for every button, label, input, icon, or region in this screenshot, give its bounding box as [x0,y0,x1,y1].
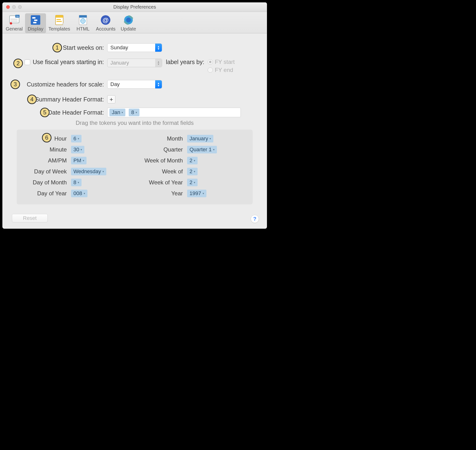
svg-rect-12 [56,19,61,20]
chevron-down-icon: ▾ [194,170,195,173]
token-label: Week of Month [139,157,187,164]
scale-select[interactable]: Day ▲▼ [107,80,162,89]
tab-label: Display [28,26,43,32]
svg-rect-9 [33,22,36,23]
tab-general[interactable]: File General [3,13,25,33]
chevron-down-icon: ▾ [210,137,211,140]
select-value: Day [110,81,120,87]
token-label: Year [139,190,187,197]
tab-label: Templates [48,26,70,32]
zoom-window-button[interactable] [18,5,22,9]
select-value: Sunday [110,45,128,51]
chevron-down-icon: ▾ [213,148,215,151]
summary-header-label: Summary Header Format: [12,96,107,103]
callout-2: 2 [13,59,23,68]
fy-start-radio[interactable] [208,59,213,65]
token-label: AM/PM [23,157,71,164]
format-token-day[interactable]: 8 ▾ [129,109,139,116]
svg-rect-15 [79,15,87,18]
callout-5: 5 [40,108,50,117]
preferences-window: Display Preferences File General Display [2,2,267,229]
content-area: 1 Start weeks on: Sunday ▲▼ 2 Use fiscal… [2,33,267,229]
plus-icon: + [109,96,113,102]
chevron-down-icon: ▾ [136,111,137,114]
token-label: Day of Year [23,190,71,197]
fiscal-year-label: Use fiscal years starting in: [33,59,104,65]
summary-header-add-button[interactable]: + [107,95,115,103]
close-window-button[interactable] [6,5,10,9]
drag-hint: Drag the tokens you want into the format… [12,120,257,126]
help-icon: ? [253,216,256,222]
token-month[interactable]: January▾ [187,135,213,142]
tab-display[interactable]: Display [25,13,46,33]
token-year[interactable]: 1997▾ [187,190,206,197]
token-label: Month [139,135,187,142]
display-icon [30,14,41,26]
fy-radio-group: FY start FY end [208,59,235,73]
minimize-window-button[interactable] [12,5,16,9]
token-quarter[interactable]: Quarter 1▾ [187,146,217,154]
html-icon [77,14,89,26]
chevron-down-icon: ▾ [121,111,123,114]
help-button[interactable]: ? [251,215,259,223]
token-well: Hour6▾ Minute30▾ AM/PMPM▾ Day of WeekWed… [17,130,253,204]
callout-1: 1 [52,43,62,52]
select-stepper-icon: ▲▼ [155,80,162,88]
window-controls [2,5,22,9]
token-label: Day of Month [23,179,71,186]
tab-templates[interactable]: Templates [46,13,72,33]
token-day-of-month[interactable]: 8▾ [71,179,82,186]
token-week-of-month[interactable]: 2▾ [187,157,198,164]
tab-label: HTML [77,26,89,32]
format-token-month[interactable]: Jan ▾ [109,109,125,116]
window-title: Display Preferences [2,4,267,10]
token-week-of-year[interactable]: 2▾ [187,179,198,186]
token-hour[interactable]: 6▾ [71,135,82,142]
fy-end-label: FY end [215,67,233,73]
label-years-by-label: label years by: [166,59,204,65]
reset-button[interactable]: Reset [12,214,48,223]
chevron-down-icon: ▾ [78,181,79,184]
tab-label: Update [121,26,136,32]
token-label: Week of [139,168,187,175]
token-week-of[interactable]: 2▾ [187,168,198,175]
callout-6: 6 [42,133,51,142]
tab-update[interactable]: Update [118,13,139,33]
date-header-format-field[interactable]: Jan ▾ 8 ▾ [107,108,241,117]
token-col-right: MonthJanuary▾ QuarterQuarter 1▾ Week of … [139,135,246,197]
tab-label: Accounts [96,26,115,32]
fiscal-year-checkbox[interactable] [24,59,30,65]
token-label: Day of Week [23,168,71,175]
tab-label: General [6,26,23,32]
svg-rect-3 [11,18,18,20]
token-day-of-year[interactable]: 008▾ [71,190,87,197]
chevron-down-icon: ▾ [194,181,195,184]
callout-4: 4 [27,95,37,104]
general-icon: File [9,14,20,26]
fiscal-month-select[interactable]: January ▲▼ [107,59,162,67]
svg-rect-13 [56,21,62,22]
tab-accounts[interactable]: @ Accounts [93,13,118,33]
token-minute[interactable]: 30▾ [71,146,84,154]
select-stepper-icon: ▲▼ [155,59,162,67]
svg-rect-4 [11,20,18,22]
token-label: Minute [23,146,71,153]
chevron-down-icon: ▾ [81,148,82,151]
svg-rect-8 [34,19,37,21]
svg-point-5 [10,22,12,24]
token-ampm[interactable]: PM▾ [71,157,86,164]
chevron-down-icon: ▾ [78,137,79,140]
select-value: January [110,60,129,66]
token-day-of-week[interactable]: Wednesday▾ [71,168,106,175]
chevron-down-icon: ▾ [194,159,195,162]
fy-end-radio[interactable] [208,67,213,73]
update-icon [123,14,134,26]
chevron-down-icon: ▾ [84,192,85,195]
token-col-left: Hour6▾ Minute30▾ AM/PMPM▾ Day of WeekWed… [23,135,130,197]
chevron-down-icon: ▾ [203,192,204,195]
token-text: Jan [112,109,120,116]
start-weeks-select[interactable]: Sunday ▲▼ [107,43,162,52]
tab-html[interactable]: HTML [72,13,93,33]
preferences-toolbar: File General Display [2,12,267,33]
titlebar: Display Preferences [2,2,267,12]
